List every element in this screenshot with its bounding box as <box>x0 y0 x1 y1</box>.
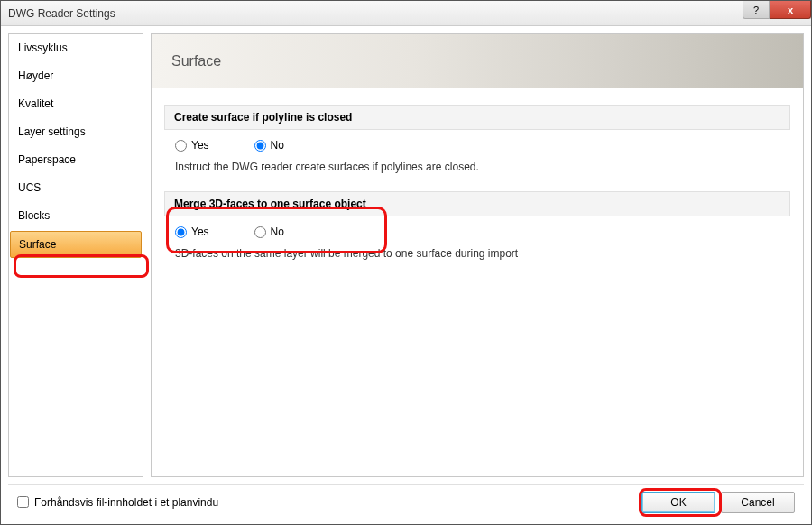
radio-create-yes-input[interactable] <box>175 140 187 152</box>
sidebar-item-layer-settings[interactable]: Layer settings <box>9 118 143 146</box>
window-title: DWG Reader Settings <box>8 7 115 20</box>
sidebar-item-hoyder[interactable]: Høyder <box>9 62 143 90</box>
section-title-create-surface: Create surface if polyline is closed <box>164 105 790 130</box>
radio-merge-yes-label: Yes <box>191 226 209 238</box>
titlebar-controls: ? x <box>743 1 811 19</box>
sidebar-item-paperspace[interactable]: Paperspace <box>9 146 143 174</box>
radio-create-no-input[interactable] <box>254 140 266 152</box>
radio-row-create-surface: Yes No <box>171 139 783 152</box>
radio-create-yes-label: Yes <box>191 139 209 152</box>
radio-merge-no-input[interactable] <box>254 226 266 238</box>
desc-create-surface: Instruct the DWG reader create surfaces … <box>171 161 783 173</box>
section-merge-faces: Yes No 3D-faces on the same layer will b… <box>164 226 790 278</box>
radio-row-merge: Yes No <box>171 226 783 238</box>
titlebar: DWG Reader Settings ? x <box>1 1 811 26</box>
preview-checkbox-row[interactable]: Forhåndsvis fil-innholdet i et planvindu <box>17 496 641 509</box>
preview-label: Forhåndsvis fil-innholdet i et planvindu <box>34 496 218 509</box>
content-header: Surface <box>152 34 803 88</box>
help-button[interactable]: ? <box>743 1 770 19</box>
cancel-button[interactable]: Cancel <box>721 492 795 513</box>
sidebar: Livssyklus Høyder Kvalitet Layer setting… <box>8 33 143 477</box>
sidebar-item-kvalitet[interactable]: Kvalitet <box>9 90 143 118</box>
preview-checkbox[interactable] <box>17 496 29 508</box>
section-create-surface: Yes No Instruct the DWG reader create su… <box>164 139 790 191</box>
help-icon: ? <box>753 5 759 15</box>
radio-create-no-label: No <box>271 139 284 152</box>
radio-merge-yes[interactable]: Yes <box>175 226 209 238</box>
radio-merge-no-label: No <box>271 226 284 238</box>
sidebar-item-surface[interactable]: Surface <box>10 231 142 258</box>
radio-create-no[interactable]: No <box>254 139 284 152</box>
close-button[interactable]: x <box>770 1 811 19</box>
section-title-merge-faces: Merge 3D-faces to one surface object <box>164 191 790 216</box>
footer: Forhåndsvis fil-innholdet i et planvindu… <box>8 484 804 519</box>
radio-merge-no[interactable]: No <box>254 226 284 238</box>
radio-create-yes[interactable]: Yes <box>175 139 209 152</box>
footer-buttons: OK Cancel <box>641 492 795 513</box>
sidebar-item-ucs[interactable]: UCS <box>9 174 143 202</box>
radio-merge-yes-input[interactable] <box>175 226 187 238</box>
ok-button[interactable]: OK <box>641 492 715 513</box>
settings-window: DWG Reader Settings ? x Livssyklus Høyde… <box>0 0 812 525</box>
sidebar-item-livssyklus[interactable]: Livssyklus <box>9 34 143 62</box>
desc-merge-faces: 3D-faces on the same layer will be merge… <box>171 247 783 260</box>
content-body: Create surface if polyline is closed Yes… <box>152 88 803 476</box>
content-title: Surface <box>171 53 221 69</box>
dialog-body: Livssyklus Høyder Kvalitet Layer setting… <box>1 26 811 484</box>
content-panel: Surface Create surface if polyline is cl… <box>151 33 804 477</box>
close-icon: x <box>788 5 793 15</box>
sidebar-item-blocks[interactable]: Blocks <box>9 202 143 230</box>
